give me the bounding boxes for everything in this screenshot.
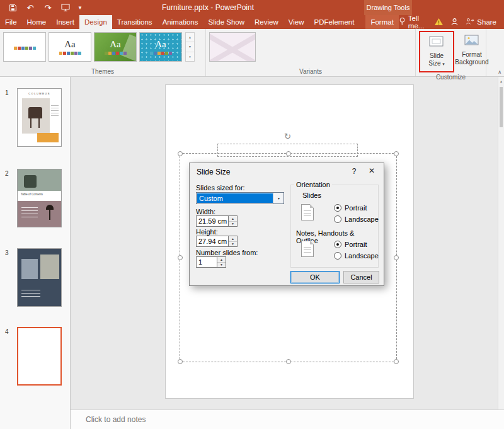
variant-thumbnail[interactable] xyxy=(209,32,256,62)
start-slideshow-icon[interactable] xyxy=(58,1,73,14)
collapse-ribbon-icon[interactable]: ∧ xyxy=(498,69,501,75)
tab-pdfelement[interactable]: PDFelement xyxy=(309,15,360,29)
spin-down-icon: ▼ xyxy=(229,222,237,227)
width-label: Width: xyxy=(196,208,215,215)
titlebar-right-controls: Tell me... Share xyxy=(399,15,504,29)
slide-thumbnail-1[interactable]: 1 COLUMBUS xyxy=(0,88,62,147)
radio-selected-icon xyxy=(334,241,341,248)
slide-thumbnail-preview[interactable]: Table of Contents xyxy=(17,169,62,227)
undo-icon[interactable]: ↶ xyxy=(23,1,38,14)
spin-up-icon: ▲ xyxy=(217,257,226,263)
cancel-button[interactable]: Cancel xyxy=(343,271,379,283)
dialog-close-button[interactable]: ✕ xyxy=(367,166,376,175)
theme-thumbnail-integral[interactable]: Aa xyxy=(139,32,182,62)
drawing-tools-context-header: Drawing Tools xyxy=(364,0,412,15)
format-background-button[interactable]: Format Background xyxy=(455,31,488,70)
tab-transitions[interactable]: Transitions xyxy=(112,15,158,29)
chair-photo xyxy=(22,98,50,134)
customize-qat-icon[interactable]: ▾ xyxy=(76,1,84,14)
slide-size-button[interactable]: Slide Size ▾ xyxy=(420,32,453,71)
theme-color-strip xyxy=(150,52,172,55)
save-icon[interactable] xyxy=(5,1,20,14)
height-spinner: 27.94 cm ▲▼ xyxy=(196,236,238,247)
customize-group-label: Customize xyxy=(418,72,484,82)
selection-handle-middle-right[interactable] xyxy=(394,255,399,260)
account-icon[interactable] xyxy=(450,18,459,27)
dialog-help-button[interactable]: ? xyxy=(350,167,358,176)
title-bar: ↶ ↷ ▾ Furniture.pptx - PowerPoint Drawin… xyxy=(0,0,504,15)
slide-thumbnail-preview[interactable] xyxy=(17,248,62,307)
ribbon: Aa Aa Aa ▲ ▼ ▾ Themes xyxy=(0,29,504,77)
selection-handle-top-left[interactable] xyxy=(178,151,183,156)
chevron-down-icon[interactable]: ▾ xyxy=(273,193,284,203)
selection-handle-middle-left[interactable] xyxy=(178,255,183,260)
dialog-title: Slide Size xyxy=(197,168,230,176)
warning-icon[interactable] xyxy=(434,18,444,27)
ribbon-tab-bar: File Home Insert Design Transitions Anim… xyxy=(0,15,504,29)
spinner-buttons[interactable]: ▲▼ xyxy=(217,256,226,268)
tab-file[interactable]: File xyxy=(0,15,22,29)
selection-handle-bottom-middle[interactable] xyxy=(286,359,291,364)
slide-thumbnail-2[interactable]: 2 Table of Contents xyxy=(0,169,62,227)
spinner-buttons[interactable]: ▲▼ xyxy=(229,236,238,247)
lightbulb-icon xyxy=(399,17,406,27)
radio-selected-icon xyxy=(334,204,341,212)
slides-portrait-radio[interactable]: Portrait xyxy=(334,204,367,212)
redo-icon[interactable]: ↷ xyxy=(40,1,55,14)
ok-button[interactable]: OK xyxy=(290,271,340,283)
armchair-photo xyxy=(18,169,61,191)
slides-sized-for-label: Slides sized for: xyxy=(196,184,245,192)
scrollbar-thumb[interactable] xyxy=(500,87,503,127)
tell-me-button[interactable]: Tell me... xyxy=(399,14,427,30)
number-slides-input[interactable]: 1 xyxy=(196,256,217,268)
width-input[interactable]: 21.59 cm xyxy=(196,215,229,227)
number-slides-spinner: 1 ▲▼ xyxy=(196,256,226,268)
selection-handle-top-middle[interactable] xyxy=(286,151,291,156)
rotate-handle-icon[interactable]: ↻ xyxy=(284,132,291,140)
slide-thumbnail-preview[interactable] xyxy=(17,327,62,386)
selection-handle-bottom-left[interactable] xyxy=(178,359,183,364)
lamp-photo xyxy=(18,201,61,227)
height-input[interactable]: 27.94 cm xyxy=(196,236,229,247)
tab-view[interactable]: View xyxy=(284,15,309,29)
tab-home[interactable]: Home xyxy=(22,15,52,29)
slide-size-dialog: Slide Size ? ✕ Slides sized for: Custom … xyxy=(189,163,384,286)
themes-group-label: Themes xyxy=(2,67,203,76)
slide-size-highlight-annotation: Slide Size ▾ xyxy=(419,31,454,72)
slide-thumbnail-3[interactable]: 3 xyxy=(0,248,62,307)
scroll-up-icon[interactable]: ▲ xyxy=(498,77,504,83)
slides-landscape-radio[interactable]: Landscape xyxy=(334,215,379,223)
tab-slide-show[interactable]: Slide Show xyxy=(203,15,250,29)
gallery-scroll-up-icon[interactable]: ▲ xyxy=(186,33,194,42)
orientation-group: Orientation Slides Portrait Landscape No… xyxy=(290,185,379,268)
selection-handle-bottom-right[interactable] xyxy=(394,359,399,364)
notes-portrait-radio[interactable]: Portrait xyxy=(334,241,367,248)
share-button[interactable]: Share xyxy=(466,18,496,26)
slide-thumbnail-4[interactable]: 4 xyxy=(0,327,62,386)
selection-handle-top-right[interactable] xyxy=(394,151,399,156)
spin-down-icon: ▼ xyxy=(217,263,226,268)
radio-unselected-icon xyxy=(334,252,341,260)
tab-animations[interactable]: Animations xyxy=(158,15,203,29)
slide-thumbnail-preview[interactable]: COLUMBUS xyxy=(17,88,62,147)
theme-thumbnail-facet[interactable]: Aa xyxy=(94,32,137,62)
orientation-label: Orientation xyxy=(294,181,332,188)
themes-gallery-scroll: ▲ ▼ ▾ xyxy=(185,32,195,62)
slide-thumbnail-panel: 1 COLUMBUS 2 Table of Contents 3 xyxy=(0,77,71,429)
quick-access-toolbar: ↶ ↷ ▾ xyxy=(0,1,84,14)
tab-design[interactable]: Design xyxy=(79,15,112,29)
notes-pane[interactable]: Click to add notes xyxy=(71,409,504,429)
theme-thumbnail-current[interactable] xyxy=(3,32,46,62)
notes-landscape-radio[interactable]: Landscape xyxy=(334,252,379,260)
gallery-scroll-down-icon[interactable]: ▼ xyxy=(186,42,194,52)
spinner-buttons[interactable]: ▲▼ xyxy=(229,215,238,227)
tab-format[interactable]: Format xyxy=(365,15,398,29)
vertical-scrollbar[interactable]: ▲ xyxy=(498,77,504,409)
tab-review[interactable]: Review xyxy=(249,15,284,29)
theme-thumbnail-office[interactable]: Aa xyxy=(49,32,91,62)
gallery-more-icon[interactable]: ▾ xyxy=(186,52,194,61)
slide-number: 4 xyxy=(0,327,17,386)
slides-sized-for-select[interactable]: Custom ▾ xyxy=(196,192,284,204)
tab-insert[interactable]: Insert xyxy=(51,15,79,29)
variants-group: Variants xyxy=(206,29,416,76)
